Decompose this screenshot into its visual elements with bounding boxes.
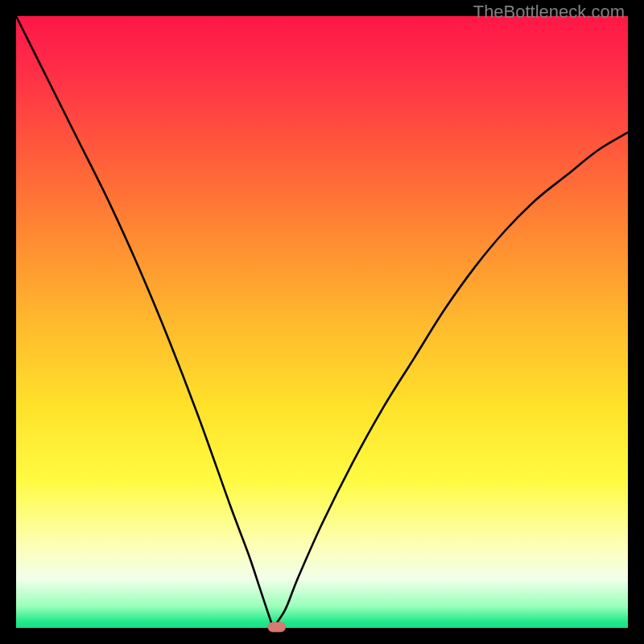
curve-layer	[16, 16, 628, 628]
outer-frame: TheBottleneck.com	[0, 0, 644, 644]
plot-area	[16, 16, 628, 628]
minimum-marker	[268, 622, 286, 632]
watermark-text: TheBottleneck.com	[473, 2, 625, 23]
bottleneck-curve	[16, 16, 628, 628]
